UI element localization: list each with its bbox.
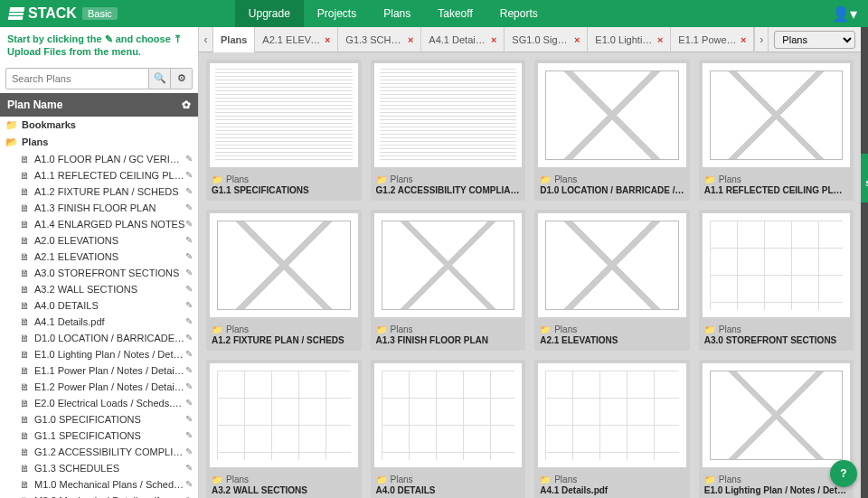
file-item[interactable]: 🗎G1.2 ACCESSIBILITY COMPLIANCE✎ [0,444,198,460]
file-item[interactable]: 🗎A1.3 FINISH FLOOR PLAN✎ [0,200,198,216]
folder-bookmarks[interactable]: 📁Bookmarks [0,117,198,134]
file-item[interactable]: 🗎A4.0 DETAILS✎ [0,297,198,314]
edit-icon[interactable]: ✎ [185,365,193,375]
rail-collapse-button[interactable]: ⇤ [861,34,868,61]
file-icon: 🗎 [18,202,31,213]
tab-scroll-right[interactable]: › [754,27,769,52]
plan-grid[interactable]: 📁PlansG1.1 SPECIFICATIONS📁PlansG1.2 ACCE… [199,52,861,498]
file-item[interactable]: 🗎E1.1 Power Plan / Notes / Details.pdf✎ [0,362,198,379]
nav-reports[interactable]: Reports [486,0,552,27]
edit-icon[interactable]: ✎ [185,398,193,408]
plan-card[interactable]: 📁PlansA4.0 DETAILS [371,360,526,498]
plan-card[interactable]: 📁PlansA1.3 FINISH FLOOR PLAN [371,210,526,351]
sidebar: Start by clicking the ✎ and choose ⤒ Upl… [0,27,199,498]
file-item[interactable]: 🗎A3.0 STOREFRONT SECTIONS✎ [0,265,198,281]
edit-icon[interactable]: ✎ [185,186,193,196]
plan-card[interactable]: 📁PlansA3.2 WALL SECTIONS [206,360,362,498]
tab-item[interactable]: SG1.0 Sign - Gra× [505,27,588,52]
file-icon: 🗎 [18,398,31,409]
file-item[interactable]: 🗎A1.1 REFLECTED CEILING PLAN / DE…✎ [0,167,198,183]
file-item[interactable]: 🗎E1.0 Lighting Plan / Notes / Details.pd… [0,346,198,362]
edit-icon[interactable]: ✎ [185,251,193,261]
file-item[interactable]: 🗎M2.0 Mechanical Details.pdf✎ [0,493,198,498]
file-item[interactable]: 🗎A1.2 FIXTURE PLAN / SCHEDS✎ [0,183,198,200]
close-icon[interactable]: × [491,27,496,52]
file-item[interactable]: 🗎A2.1 ELEVATIONS✎ [0,249,198,265]
file-item[interactable]: 🗎G1.3 SCHEDULES✎ [0,460,198,476]
file-item[interactable]: 🗎A4.1 Details.pdf✎ [0,314,198,330]
file-item[interactable]: 🗎M1.0 Mechanical Plans / Scheds.pdf✎ [0,476,198,493]
plan-card[interactable]: 📁PlansA3.0 STOREFRONT SECTIONS [699,210,854,351]
plan-thumbnail [374,213,523,317]
edit-icon[interactable]: ✎ [185,446,193,456]
card-title: A3.2 WALL SECTIONS [212,485,356,495]
plan-card[interactable]: 📁PlansG1.2 ACCESSIBILITY COMPLIANCE [371,60,526,201]
nav-plans[interactable]: Plans [370,0,424,27]
rail-document-button[interactable]: 🗎 [861,114,868,141]
nav-projects[interactable]: Projects [304,0,370,27]
close-icon[interactable]: × [741,27,746,52]
tab-item[interactable]: E1.0 Lighting Pla× [588,27,671,52]
tab-item[interactable]: A4.1 Details.pdf× [421,27,505,52]
edit-icon[interactable]: ✎ [185,430,193,440]
file-item[interactable]: 🗎A3.2 WALL SECTIONS✎ [0,281,198,297]
plan-card[interactable]: 📁PlansA4.1 Details.pdf [534,360,690,498]
edit-icon[interactable]: ✎ [185,154,193,164]
view-selector[interactable]: Plans [774,31,855,49]
close-icon[interactable]: × [574,27,580,52]
tab-plans-root[interactable]: Plans [213,27,255,52]
edit-icon[interactable]: ✎ [185,463,193,473]
logo[interactable]: STACK Basic [0,5,127,22]
file-item[interactable]: 🗎A1.0 FLOOR PLAN / GC VERIFIC. NOT…✎ [0,151,198,167]
stack-ready-button[interactable]: ᐱ STACK Ready [861,154,868,202]
edit-icon[interactable]: ✎ [185,284,193,294]
file-item[interactable]: 🗎A1.4 ENLARGED PLANS NOTES✎ [0,216,198,232]
close-icon[interactable]: × [657,27,663,52]
search-settings-button[interactable]: ⚙ [171,68,193,89]
plan-card[interactable]: 📁PlansG1.1 SPECIFICATIONS [206,60,362,201]
rail-help-button[interactable]: ❔ [861,74,868,101]
close-icon[interactable]: × [325,27,330,52]
file-icon: 🗎 [18,365,31,376]
edit-icon[interactable]: ✎ [185,414,193,424]
plan-header-label: Plan Name [7,99,62,111]
file-item[interactable]: 🗎D1.0 LOCATION / BARRICADE / NOTE…✎ [0,330,198,346]
plan-header-settings[interactable]: ✿ [182,99,191,111]
plan-card[interactable]: 📁PlansA2.1 ELEVATIONS [534,210,690,351]
file-icon: 🗎 [18,414,31,425]
tab-item[interactable]: A2.1 ELEVATION× [255,27,338,52]
user-menu[interactable]: 👤▾ [821,5,868,23]
edit-icon[interactable]: ✎ [185,170,193,180]
card-folder: Plans [391,475,413,484]
edit-icon[interactable]: ✎ [185,219,193,229]
edit-icon[interactable]: ✎ [185,349,193,359]
search-input[interactable] [5,68,149,89]
edit-icon[interactable]: ✎ [185,479,193,489]
folder-plans[interactable]: 📂Plans [0,134,198,151]
file-item[interactable]: 🗎E1.2 Power Plan / Notes / Details.pdf✎ [0,379,198,395]
edit-icon[interactable]: ✎ [185,333,193,343]
search-row: 🔍 ⚙ [0,64,198,93]
edit-icon[interactable]: ✎ [185,268,193,277]
file-item[interactable]: 🗎E2.0 Electrical Loads / Scheds.pdf✎ [0,395,198,411]
help-fab[interactable]: ? [830,460,857,487]
file-item[interactable]: 🗎A2.0 ELEVATIONS✎ [0,232,198,249]
edit-icon[interactable]: ✎ [185,300,193,310]
plan-card[interactable]: 📁PlansA1.2 FIXTURE PLAN / SCHEDS [206,210,362,351]
file-item[interactable]: 🗎G1.1 SPECIFICATIONS✎ [0,428,198,444]
edit-icon[interactable]: ✎ [185,202,193,212]
close-icon[interactable]: × [408,27,413,52]
card-title: A1.2 FIXTURE PLAN / SCHEDS [212,335,356,345]
edit-icon[interactable]: ✎ [185,316,193,326]
edit-icon[interactable]: ✎ [185,235,193,245]
tab-item[interactable]: G1.3 SCHEDULES× [338,27,421,52]
file-item[interactable]: 🗎G1.0 SPECIFICATIONS✎ [0,411,198,428]
tab-item[interactable]: E1.1 Power P× [671,27,754,52]
edit-icon[interactable]: ✎ [185,381,193,391]
tab-scroll-left[interactable]: ‹ [199,27,213,52]
search-button[interactable]: 🔍 [149,68,171,89]
plan-card[interactable]: 📁PlansD1.0 LOCATION / BARRICADE / NOTE… [534,60,690,201]
nav-takeoff[interactable]: Takeoff [424,0,486,27]
plan-card[interactable]: 📁PlansA1.1 REFLECTED CEILING PLAN / DE… [699,60,854,201]
nav-upgrade[interactable]: Upgrade [235,0,304,27]
